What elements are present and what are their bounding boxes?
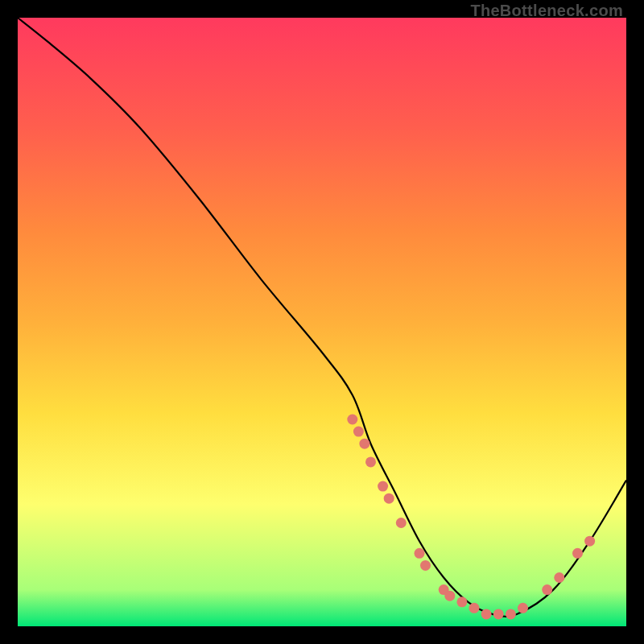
highlight-point	[469, 603, 480, 613]
highlight-point	[396, 518, 407, 528]
highlight-point	[481, 609, 492, 619]
highlight-point	[518, 603, 528, 613]
highlight-point	[378, 481, 388, 492]
highlight-point	[456, 597, 467, 607]
highlight-point	[444, 591, 455, 601]
highlight-points	[347, 415, 595, 620]
highlight-point	[572, 548, 583, 559]
highlight-point	[415, 548, 425, 559]
highlight-point	[359, 439, 369, 449]
highlight-point	[542, 584, 552, 595]
highlight-point	[384, 493, 394, 504]
highlight-point	[554, 572, 564, 583]
highlight-point	[506, 609, 516, 619]
bottleneck-curve	[18, 18, 626, 617]
highlight-point	[493, 609, 504, 619]
highlight-point	[420, 560, 431, 571]
highlight-point	[347, 415, 357, 425]
highlight-point	[365, 456, 376, 467]
highlight-point	[353, 427, 364, 437]
chart-stage: TheBottleneck.com	[0, 0, 644, 644]
highlight-point	[584, 536, 595, 547]
chart-overlay	[18, 18, 626, 626]
